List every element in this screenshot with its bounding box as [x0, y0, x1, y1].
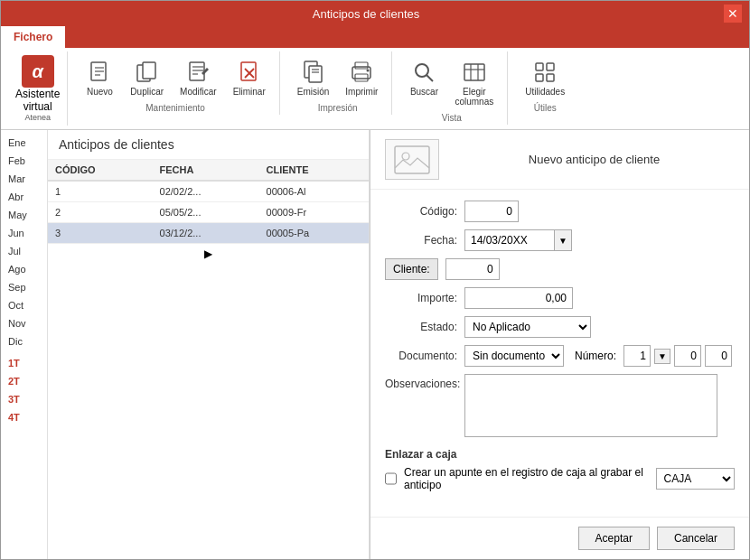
main-content: Ene Feb Mar Abr May Jun Jul Ago Sep Oct …: [1, 130, 749, 559]
codigo-row: Código:: [385, 201, 735, 222]
impresion-label: Impresión: [318, 103, 358, 113]
ribbon-group-impresion: Emisión Imprimir Impresión: [284, 51, 393, 115]
month-dic[interactable]: Dic: [1, 332, 47, 350]
emision-icon: [299, 58, 328, 87]
col-codigo: CÓDIGO: [48, 160, 153, 181]
imprimir-icon: [347, 58, 376, 87]
fecha-row: Fecha: ▼: [385, 229, 735, 251]
svg-point-22: [416, 64, 428, 77]
row3-fecha: 03/12/2...: [153, 223, 259, 244]
row1-fecha: 02/02/2...: [153, 181, 259, 202]
dialog-title: Nuevo anticipo de cliente: [454, 153, 735, 166]
duplicar-icon: [133, 58, 162, 87]
numero-input3[interactable]: [705, 345, 732, 367]
fecha-label: Fecha:: [385, 234, 457, 247]
row1-cliente: 00006-Al: [259, 181, 369, 202]
elegir-columnas-icon: [460, 58, 489, 87]
month-may[interactable]: May: [1, 206, 47, 224]
eliminar-button[interactable]: Eliminar: [227, 53, 272, 101]
month-ago[interactable]: Ago: [1, 260, 47, 278]
month-feb[interactable]: Feb: [1, 152, 47, 170]
cancelar-button[interactable]: Cancelar: [657, 527, 735, 550]
buscar-label: Buscar: [410, 87, 438, 97]
dialog-header: Nuevo anticipo de cliente: [370, 130, 749, 190]
row3-codigo: 3: [48, 223, 153, 244]
month-oct[interactable]: Oct: [1, 296, 47, 314]
aceptar-button[interactable]: Aceptar: [578, 527, 650, 550]
month-nov[interactable]: Nov: [1, 314, 47, 332]
documento-select[interactable]: Sin documento: [464, 345, 564, 367]
month-ene[interactable]: Ene: [1, 134, 47, 152]
observaciones-row: Observaciones:: [385, 374, 735, 437]
ribbon-content: α Asistente virtual Atenea Nuevo: [1, 48, 749, 129]
duplicar-button[interactable]: Duplicar: [124, 53, 170, 101]
tab-fichero[interactable]: Fichero: [1, 26, 65, 48]
list-area: Anticipos de clientes CÓDIGO FECHA CLIEN…: [48, 130, 370, 559]
month-mar[interactable]: Mar: [1, 170, 47, 188]
svg-rect-20: [355, 74, 368, 81]
buscar-button[interactable]: Buscar: [403, 53, 445, 101]
svg-rect-29: [547, 63, 554, 70]
window-title: Anticipos de clientes: [8, 7, 724, 21]
observaciones-textarea[interactable]: [464, 374, 717, 437]
table-row[interactable]: 3 03/12/2... 00005-Pa: [48, 223, 369, 244]
numero-label: Número:: [575, 350, 616, 362]
table-row[interactable]: 1 02/02/2... 00006-Al: [48, 181, 369, 202]
numero-row: ▼: [623, 345, 732, 367]
crear-apunte-checkbox[interactable]: [385, 472, 397, 485]
ribbon: Fichero α Asistente virtual Atenea Nuevo: [1, 26, 749, 130]
month-3t[interactable]: 3T: [1, 390, 47, 408]
enlazar-caja-title: Enlazar a caja: [385, 448, 735, 461]
cliente-input[interactable]: [445, 258, 500, 280]
month-sep[interactable]: Sep: [1, 278, 47, 296]
mantenimiento-label: Mantenimiento: [145, 103, 205, 113]
svg-marker-10: [202, 68, 209, 75]
cliente-button[interactable]: Cliente:: [385, 258, 438, 280]
fecha-calendar-button[interactable]: ▼: [555, 229, 572, 251]
ribbon-group-utiles: Utilidades Útiles: [511, 51, 578, 115]
codigo-input[interactable]: [464, 201, 519, 222]
caja-select[interactable]: CAJA: [656, 468, 735, 490]
ribbon-tabs: Fichero: [1, 26, 749, 48]
numero-select-arrow[interactable]: ▼: [654, 349, 670, 364]
estado-select[interactable]: No Aplicado Aplicado: [464, 316, 591, 338]
dialog-panel: Nuevo anticipo de cliente Código: Fecha:…: [370, 130, 749, 559]
month-1t[interactable]: 1T: [1, 354, 47, 372]
utilidades-button[interactable]: Utilidades: [519, 53, 571, 101]
svg-rect-28: [536, 63, 543, 70]
numero-input1[interactable]: [623, 345, 651, 367]
month-abr[interactable]: Abr: [1, 188, 47, 206]
modificar-icon: [183, 58, 212, 87]
month-jul[interactable]: Jul: [1, 242, 47, 260]
fecha-input[interactable]: [464, 229, 555, 251]
col-cliente: CLIENTE: [259, 160, 369, 181]
utilidades-label: Utilidades: [525, 87, 565, 97]
documento-label: Documento:: [385, 350, 457, 362]
month-jun[interactable]: Jun: [1, 224, 47, 242]
importe-input[interactable]: [464, 287, 573, 309]
svg-rect-31: [547, 74, 554, 81]
expand-arrow[interactable]: ▶: [48, 244, 369, 264]
svg-rect-15: [309, 66, 322, 82]
table-row[interactable]: 2 05/05/2... 00009-Fr: [48, 202, 369, 223]
month-2t[interactable]: 2T: [1, 372, 47, 390]
imprimir-button[interactable]: Imprimir: [339, 53, 384, 101]
checkbox-row: Crear un apunte en el registro de caja a…: [385, 466, 735, 491]
title-bar: Anticipos de clientes ✕: [1, 1, 749, 26]
close-button[interactable]: ✕: [724, 5, 742, 23]
atenea-button[interactable]: α Asistente virtual Atenea: [8, 51, 68, 126]
codigo-label: Código:: [385, 205, 457, 218]
elegir-columnas-button[interactable]: Elegircolumnas: [448, 53, 500, 111]
utiles-buttons: Utilidades: [519, 53, 571, 101]
atenea-label2: virtual: [23, 100, 52, 113]
utiles-label: Útiles: [534, 103, 557, 113]
emision-button[interactable]: Emisión: [291, 53, 336, 101]
month-4t[interactable]: 4T: [1, 408, 47, 426]
row2-codigo: 2: [48, 202, 153, 223]
numero-input2[interactable]: [674, 345, 701, 367]
row1-codigo: 1: [48, 181, 153, 202]
documento-row: Documento: Sin documento Número: ▼: [385, 345, 735, 367]
modificar-button[interactable]: Modificar: [173, 53, 223, 101]
nuevo-button[interactable]: Nuevo: [79, 53, 120, 101]
svg-rect-24: [464, 64, 484, 80]
